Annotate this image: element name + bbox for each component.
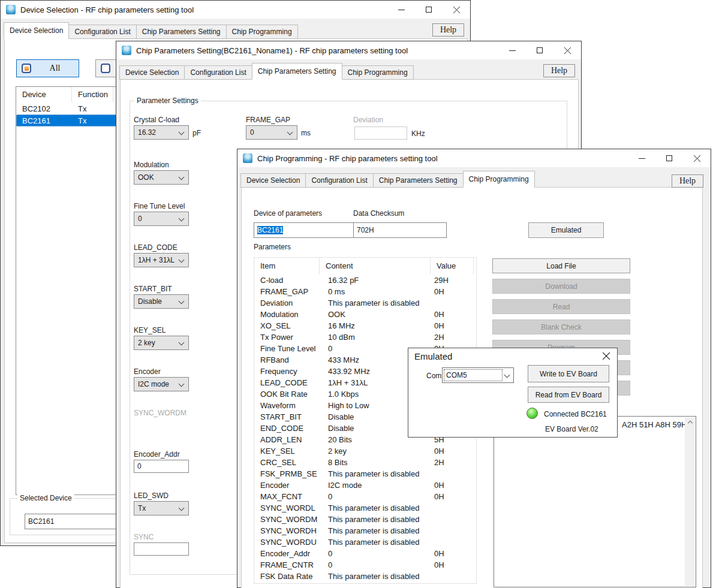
tab-chip-parameters-setting[interactable]: Chip Parameters Setting xyxy=(136,25,227,39)
param-row[interactable]: Tx Power10 dBm2H xyxy=(254,331,476,343)
tab-chip-parameters-setting[interactable]: Chip Parameters Setting xyxy=(373,173,464,188)
column-header-device[interactable]: Device xyxy=(16,87,72,102)
lead-code-combo[interactable]: 1λH + 31λL xyxy=(134,253,189,267)
param-row[interactable]: SYNC_WORDMThis parameter is disabled xyxy=(254,514,476,525)
read-button[interactable]: Read xyxy=(492,299,630,314)
minimize-button[interactable] xyxy=(387,1,415,19)
emulated-button[interactable]: Emulated xyxy=(528,222,604,238)
window-title: Chip Programming - RF chip parameters se… xyxy=(257,154,438,163)
checked-toggle-icon xyxy=(22,64,31,73)
deviation-label: Deviation xyxy=(353,116,383,124)
com-port-combo[interactable]: COM5 xyxy=(442,367,514,383)
app-icon xyxy=(122,46,131,55)
all-filter-button[interactable]: All xyxy=(16,59,79,77)
chevron-down-icon xyxy=(179,257,185,263)
tab-chip-programming[interactable]: Chip Programming xyxy=(226,25,298,39)
maximize-button[interactable] xyxy=(655,149,683,167)
modulation-label: Modulation xyxy=(134,161,169,169)
help-button[interactable]: Help xyxy=(672,174,703,188)
close-icon xyxy=(453,7,460,13)
deviation-unit: KHz xyxy=(411,129,425,138)
param-row[interactable]: FRAME_CNTR00H xyxy=(254,559,476,571)
tab-chip-programming[interactable]: Chip Programming xyxy=(463,171,535,188)
minimize-button[interactable] xyxy=(628,149,655,167)
device-of-parameters-field[interactable]: BC2161 xyxy=(254,222,362,238)
tab-device-selection[interactable]: Device Selection xyxy=(240,173,306,188)
dialog-close-button[interactable] xyxy=(603,352,611,361)
tab-chip-parameters-setting[interactable]: Chip Parameters Setting xyxy=(252,63,342,80)
chevron-down-icon xyxy=(179,505,185,511)
param-row[interactable]: Encoder_Addr00H xyxy=(254,548,476,559)
param-row[interactable]: XO_SEL16 MHz0H xyxy=(254,320,476,331)
com-label: Com: xyxy=(426,372,444,380)
close-button[interactable] xyxy=(553,41,581,59)
param-row[interactable]: CRC_SEL8 Bits2H xyxy=(254,457,476,468)
help-button[interactable]: Help xyxy=(432,23,464,37)
parameter-settings-group-label: Parameter Settings xyxy=(134,97,201,105)
start-bit-combo[interactable]: Disable xyxy=(134,294,189,309)
maximize-icon xyxy=(537,47,543,53)
close-button[interactable] xyxy=(443,1,470,19)
minimize-icon xyxy=(639,158,645,159)
chevron-down-icon xyxy=(179,298,185,304)
tab-configuration-list[interactable]: Configuration List xyxy=(305,173,373,188)
column-header-function[interactable]: Function xyxy=(72,87,113,102)
connection-status-text: Connected BC2161 xyxy=(544,410,607,418)
param-row[interactable]: ModulationOOK0H xyxy=(254,309,476,320)
scrollbar[interactable] xyxy=(685,417,695,586)
tab-configuration-list[interactable]: Configuration List xyxy=(184,65,252,80)
minimize-button[interactable] xyxy=(498,41,526,59)
fine-tune-level-combo[interactable]: 0 xyxy=(134,212,189,226)
encoder-addr-field[interactable]: 0 xyxy=(134,460,189,473)
param-row[interactable]: SYNC_WORDHThis parameter is disabled xyxy=(254,525,476,536)
key-sel-combo[interactable]: 2 key xyxy=(134,336,189,350)
chevron-down-icon xyxy=(179,381,185,387)
crystal-cload-label: Crystal C-load xyxy=(134,116,179,124)
start-bit-label: START_BIT xyxy=(134,285,172,293)
param-row[interactable]: LED_SWDTx0H xyxy=(254,582,476,584)
chevron-up-icon xyxy=(687,421,692,426)
frame-gap-unit: ms xyxy=(301,129,311,137)
param-row[interactable]: FSK Data RateThis parameter is disabled xyxy=(254,571,476,582)
tab-configuration-list[interactable]: Configuration List xyxy=(68,25,136,39)
param-row[interactable]: DeviationThis parameter is disabled xyxy=(254,297,476,309)
param-row[interactable]: C-load16.32 pF29H xyxy=(254,275,476,286)
param-row[interactable]: SYNC_WORDUThis parameter is disabled xyxy=(254,536,476,548)
frame-gap-combo[interactable]: 0 xyxy=(246,125,297,140)
led-swd-combo[interactable]: Tx xyxy=(134,501,189,515)
param-row[interactable]: MAX_FCNT00H xyxy=(254,491,476,502)
column-header-content[interactable]: Content xyxy=(320,258,431,275)
device-of-parameters-label: Device of parameters xyxy=(254,209,322,218)
tab-device-selection[interactable]: Device Selection xyxy=(119,65,185,80)
crystal-cload-combo[interactable]: 16.32 xyxy=(134,125,189,140)
column-header-item[interactable]: Item xyxy=(254,258,320,275)
param-row[interactable]: FRAME_GAP0 ms0H xyxy=(254,286,476,297)
param-row[interactable]: EncoderI2C mode0H xyxy=(254,480,476,491)
minimize-icon xyxy=(509,50,516,51)
maximize-button[interactable] xyxy=(415,1,443,19)
read-from-ev-board-button[interactable]: Read from EV Board xyxy=(528,387,609,403)
sync-field xyxy=(134,542,189,556)
frame-gap-label: FRAME_GAP xyxy=(246,116,290,124)
load-file-button[interactable]: Load File xyxy=(492,258,630,273)
data-checksum-label: Data Checksum xyxy=(353,209,404,218)
blank-check-button[interactable]: Blank Check xyxy=(492,319,630,334)
parameters-table-header: Item Content Value xyxy=(254,258,476,275)
column-header-value[interactable]: Value xyxy=(431,258,474,275)
close-button[interactable] xyxy=(683,149,711,167)
param-row[interactable]: SYNC_WORDLThis parameter is disabled xyxy=(254,502,476,514)
maximize-button[interactable] xyxy=(526,41,553,59)
modulation-combo[interactable]: OOK xyxy=(134,170,189,185)
data-checksum-field[interactable]: 702H xyxy=(353,222,447,238)
param-row[interactable]: FSK_PRMB_SEThis parameter is disabled xyxy=(254,468,476,480)
chevron-down-icon xyxy=(504,372,510,378)
download-button[interactable]: Download xyxy=(492,279,630,294)
write-to-ev-board-button[interactable]: Write to EV Board xyxy=(528,365,609,382)
param-row[interactable]: KEY_SEL2 key0H xyxy=(254,445,476,457)
encoder-combo[interactable]: I2C mode xyxy=(134,377,189,391)
scroll-up-button[interactable] xyxy=(685,417,695,427)
help-button[interactable]: Help xyxy=(543,64,575,77)
programming-data-display[interactable]: A2H 51H A8H 59H xyxy=(494,416,696,587)
tab-device-selection[interactable]: Device Selection xyxy=(4,22,69,39)
tab-chip-programming[interactable]: Chip Programming xyxy=(342,65,414,80)
